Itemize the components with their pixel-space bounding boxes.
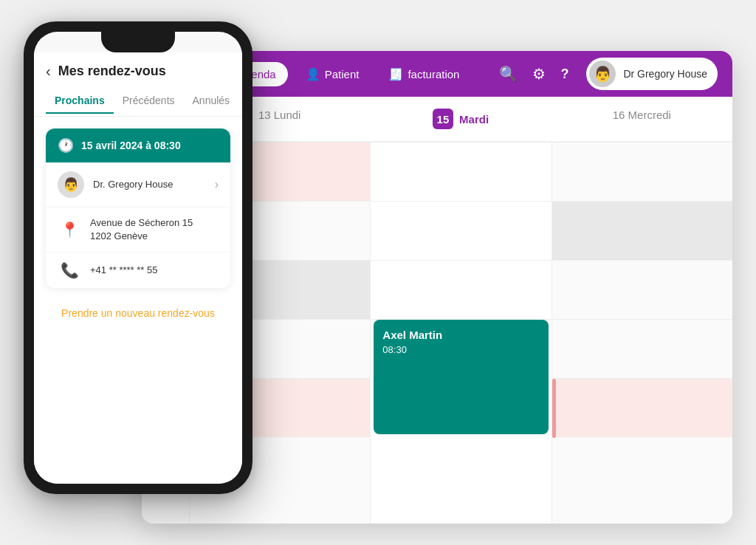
- mercredi-cell-0830[interactable]: [552, 378, 732, 437]
- tab-annules[interactable]: Annulés: [184, 89, 239, 114]
- mercredi-cell-0700[interactable]: [552, 201, 732, 260]
- doctor-row[interactable]: 👨 Dr. Gregory House ›: [46, 162, 230, 208]
- phone-tabs: Prochains Précédents Annulés: [34, 86, 242, 117]
- clock-icon: 🕐: [58, 137, 74, 154]
- search-icon[interactable]: 🔍: [499, 65, 518, 83]
- header-tools: 🔍 ⚙ ?: [499, 65, 568, 83]
- today-badge: 15: [433, 109, 453, 129]
- phone-notch: [101, 32, 175, 52]
- phone-body: 🕐 15 avril 2024 à 08:30 👨 Dr. Gregory Ho…: [34, 117, 242, 484]
- appt-time: 08:30: [382, 344, 539, 355]
- patient-icon: 👤: [306, 67, 320, 81]
- phone-wrapper: ‹ Mes rendez-vous Prochains Précédents A…: [24, 21, 252, 494]
- back-button[interactable]: ‹: [46, 63, 51, 80]
- phone-screen: ‹ Mes rendez-vous Prochains Précédents A…: [34, 32, 242, 484]
- mercredi-cell-0800[interactable]: [552, 319, 732, 378]
- day-header-mercredi: 16 Mercredi: [551, 97, 732, 141]
- new-appointment-link[interactable]: Prendre un nouveau rendez-vous: [46, 298, 230, 328]
- user-avatar: 👨: [589, 61, 616, 87]
- mardi-cell-0630[interactable]: [371, 142, 551, 201]
- appt-patient-name: Axel Martin: [382, 329, 539, 341]
- day-header-mardi: 15 Mardi: [370, 97, 551, 141]
- mercredi-cell-0730[interactable]: [552, 260, 732, 319]
- appt-card-body: 👨 Dr. Gregory House › 📍 Avenue de Sécher…: [46, 162, 230, 288]
- mardi-cell-0730[interactable]: [371, 260, 551, 319]
- day-col-mardi: Axel Martin 08:30: [370, 142, 551, 524]
- day-col-mercredi: [551, 142, 732, 524]
- doctor-avatar: 👨: [58, 171, 84, 198]
- doctor-name: Dr. Gregory House: [93, 178, 206, 191]
- pink-bar-3: [552, 379, 556, 438]
- help-icon[interactable]: ?: [560, 66, 568, 82]
- chevron-right-icon: ›: [215, 178, 219, 191]
- phone-row[interactable]: 📞 +41 ** **** ** 55: [46, 253, 230, 288]
- nav-facturation[interactable]: 🧾 facturation: [377, 62, 471, 86]
- phone-icon: 📞: [58, 261, 81, 279]
- facturation-icon: 🧾: [388, 67, 403, 81]
- phone-top-bar: ‹ Mes rendez-vous: [34, 52, 242, 86]
- tab-precedents[interactable]: Précédents: [114, 89, 184, 114]
- appointment-block[interactable]: Axel Martin 08:30: [374, 320, 548, 434]
- phone-frame: ‹ Mes rendez-vous Prochains Précédents A…: [24, 21, 252, 494]
- user-name: Dr Gregory House: [623, 68, 707, 80]
- location-icon: 📍: [58, 221, 81, 239]
- address-row: 📍 Avenue de Sécheron 15 1202 Genève: [46, 208, 230, 253]
- settings-icon[interactable]: ⚙: [532, 65, 546, 83]
- mardi-cell-0800[interactable]: Axel Martin 08:30: [371, 319, 551, 437]
- phone-content: ‹ Mes rendez-vous Prochains Précédents A…: [34, 52, 242, 484]
- mardi-cell-0700[interactable]: [371, 201, 551, 260]
- appt-date-label: 15 avril 2024 à 08:30: [81, 140, 181, 151]
- appt-card-header: 🕐 15 avril 2024 à 08:30: [46, 128, 230, 162]
- user-chip[interactable]: 👨 Dr Gregory House: [586, 58, 718, 90]
- appointment-card: 🕐 15 avril 2024 à 08:30 👨 Dr. Gregory Ho…: [46, 128, 230, 288]
- address-text: Avenue de Sécheron 15 1202 Genève: [90, 216, 219, 243]
- phone-title: Mes rendez-vous: [58, 64, 166, 79]
- phone-number: +41 ** **** ** 55: [90, 264, 219, 277]
- nav-patient[interactable]: 👤 Patient: [294, 62, 371, 86]
- mercredi-cell-0630[interactable]: [552, 142, 732, 201]
- tab-prochains[interactable]: Prochains: [46, 89, 114, 114]
